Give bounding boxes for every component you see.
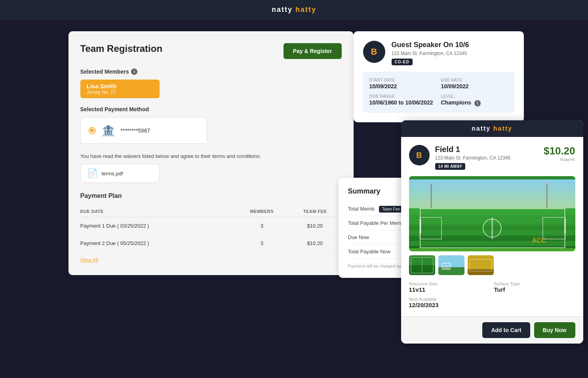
field-price: $10.20 xyxy=(544,145,575,157)
svg-rect-2 xyxy=(409,208,575,214)
brand-logo: natty hatty xyxy=(272,6,316,13)
total-payable-now-label: Total Payable Now xyxy=(348,249,391,255)
field-details: Resource Size: 11v11 Surface Type: Turf … xyxy=(409,281,575,308)
svg-rect-5 xyxy=(409,241,575,246)
field-price-block: $10.20 Rate/Hr xyxy=(544,145,575,162)
resource-size-item: Resource Size: 11v11 xyxy=(409,281,490,293)
selected-members-label: Selected Members i xyxy=(80,68,342,75)
field-address: 123 Main St. Farmington, CA 12345 xyxy=(435,155,538,161)
due-now-label: Due Now xyxy=(348,234,369,240)
table-row: Payment 2 Due ( 05/25/2022 ) 3 $10.20 xyxy=(80,235,342,252)
guest-title: Guest Speaker On 10/6 xyxy=(392,41,469,49)
svg-rect-30 xyxy=(468,269,494,275)
dob-range-item: DOB Range: 10/06/1960 to 10/06/2022 xyxy=(369,94,436,106)
next-available-item: Next Available: 12/20/2023 xyxy=(409,297,490,308)
start-date-item: Start Date 10/09/2022 xyxy=(369,78,436,89)
svg-rect-9 xyxy=(420,247,565,248)
level-value: Champions i xyxy=(441,99,508,106)
buy-now-button[interactable]: Buy Now xyxy=(534,322,575,338)
col-due-date: DUE DATE xyxy=(80,206,236,217)
svg-rect-17 xyxy=(429,183,434,184)
field-card-nav: natty hatty xyxy=(401,120,583,137)
fee-1: $10.20 xyxy=(288,217,341,235)
view-all-link[interactable]: View All xyxy=(80,257,98,263)
svg-rect-11 xyxy=(491,217,493,239)
bank-icon: 🏦 xyxy=(101,124,115,137)
pdf-icon: 📄 xyxy=(87,168,98,179)
col-members: MEMBERS xyxy=(235,206,288,217)
pdf-box[interactable]: 📄 terms.pdf xyxy=(80,164,160,183)
members-2: 3 xyxy=(235,235,288,252)
add-to-cart-button[interactable]: Add to Cart xyxy=(482,322,530,338)
table-row: Payment 1 Due ( 03/25/2022 ) 3 $10.20 xyxy=(80,217,342,235)
payment-table: DUE DATE MEMBERS TEAM FEE Payment 1 Due … xyxy=(80,206,342,252)
main-content: Team Registration Pay & Register Selecte… xyxy=(57,19,532,287)
field-card-body: B Field 1 123 Main St. Farmington, CA 12… xyxy=(401,137,583,316)
thumbnail-1[interactable] xyxy=(409,255,435,275)
info-icon: i xyxy=(131,68,137,75)
fee-2: $10.20 xyxy=(288,235,341,252)
svg-rect-8 xyxy=(420,208,565,209)
rate-label: Rate/Hr xyxy=(544,157,575,162)
guest-info: Guest Speaker On 10/6 123 Main St. Farmi… xyxy=(392,41,469,65)
field-org-logo: B xyxy=(409,145,430,165)
field-card-footer: Add to Cart Buy Now xyxy=(401,316,583,344)
payment-method-label: Selected Payment Method xyxy=(80,106,342,112)
col-team-fee: TEAM FEE xyxy=(288,206,341,217)
pay-register-button[interactable]: Pay & Register xyxy=(284,43,342,59)
svg-rect-28 xyxy=(443,265,449,269)
top-nav: natty hatty xyxy=(0,0,588,19)
guest-header: B Guest Speaker On 10/6 123 Main St. Far… xyxy=(363,41,514,65)
level-info-icon: i xyxy=(474,100,481,106)
field-name: Field 1 xyxy=(435,145,538,154)
members-1: 3 xyxy=(235,217,288,235)
member-badge: Lisa Smith Jersey No: 17 xyxy=(80,80,160,98)
field-card: natty hatty B Field 1 123 Main St. Farmi… xyxy=(401,120,583,344)
svg-rect-18 xyxy=(546,183,547,208)
payment-plan-title: Payment Plan xyxy=(80,192,342,199)
dates-grid: Start Date 10/09/2022 End Date: 10/09/20… xyxy=(363,72,514,113)
thumbnail-3[interactable] xyxy=(468,255,494,275)
payment-method-box[interactable]: 🏦 ********5967 xyxy=(80,117,207,144)
thumbnail-2[interactable] xyxy=(438,255,464,275)
field-header: B Field 1 123 Main St. Farmington, CA 12… xyxy=(409,145,575,170)
end-date-item: End Date: 10/09/2022 xyxy=(441,78,508,89)
guest-speaker-card: B Guest Speaker On 10/6 123 Main St. Far… xyxy=(354,31,524,122)
svg-rect-16 xyxy=(430,183,432,208)
team-registration-card: Team Registration Pay & Register Selecte… xyxy=(69,31,354,275)
field-thumbnails xyxy=(409,255,575,275)
coed-badge: CO-ED xyxy=(392,59,413,65)
org-logo: B xyxy=(363,41,385,63)
payment-date-2: Payment 2 Due ( 05/25/2022 ) xyxy=(80,235,236,252)
field-info: Field 1 123 Main St. Farmington, CA 1234… xyxy=(435,145,538,170)
svg-rect-19 xyxy=(544,183,549,184)
field-card-brand: natty hatty xyxy=(472,125,512,132)
payment-date-1: Payment 1 Due ( 03/25/2022 ) xyxy=(80,217,236,235)
svg-text:ACC: ACC xyxy=(532,237,546,244)
field-image-main: ACC xyxy=(409,176,575,251)
guest-address: 123 Main St. Farmington, CA 12345 xyxy=(392,51,469,56)
waiver-text: You have read the waivers listed below a… xyxy=(80,153,342,159)
card-header: Team Registration Pay & Register xyxy=(80,43,342,59)
total-payable-label: Total Payable Per Membe xyxy=(348,220,407,226)
away-badge: 14 MI AWAY xyxy=(435,163,466,170)
radio-selected xyxy=(89,127,96,134)
surface-type-item: Surface Type: Turf xyxy=(494,281,575,293)
page-title: Team Registration xyxy=(80,43,163,54)
level-item: Level: Champions i xyxy=(441,94,508,106)
